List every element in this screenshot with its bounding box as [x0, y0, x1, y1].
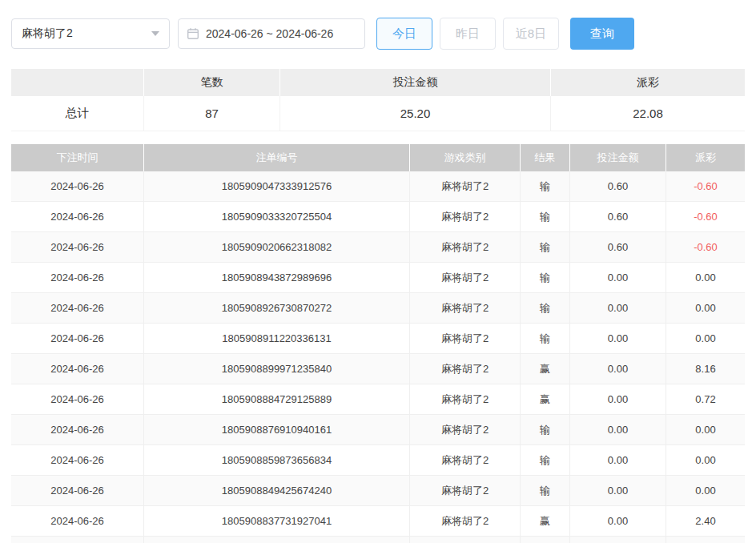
table-row-partial: [11, 537, 745, 543]
cell-id: 1805908849425674240: [144, 476, 410, 506]
cell-game: 麻将胡了2: [410, 324, 521, 354]
cell-payout: 8.16: [666, 354, 745, 384]
game-select[interactable]: 麻将胡了2: [11, 18, 170, 49]
cell-bet: 0.00: [570, 476, 666, 506]
cell-bet: 0.00: [570, 263, 666, 293]
cell-game: 麻将胡了2: [410, 506, 521, 537]
cell-game: 麻将胡了2: [410, 476, 521, 506]
cell-game: 麻将胡了2: [410, 232, 521, 263]
cell-id: 1805908943872989696: [144, 263, 410, 293]
summary-header-bet-amount: 投注金额: [280, 69, 551, 96]
cell-game: 麻将胡了2: [410, 263, 521, 293]
cell-payout: -0.60: [666, 232, 745, 263]
cell-time: 2024-06-26: [11, 202, 144, 232]
summary-total-row: 总计 87 25.20 22.08: [11, 96, 745, 131]
cell-game: 麻将胡了2: [410, 171, 521, 202]
filter-bar: 麻将胡了2 2024-06-26 ~ 2024-06-26 今日 昨日 近8日 …: [11, 18, 745, 50]
cell-time: 2024-06-26: [11, 324, 144, 354]
cell-time: 2024-06-26: [11, 171, 144, 202]
cell-bet: 0.00: [570, 324, 666, 354]
header-payout: 派彩: [666, 144, 745, 171]
table-row: 2024-06-261805908926730870272麻将胡了2输0.000…: [11, 293, 745, 324]
cell-time: 2024-06-26: [11, 293, 144, 324]
table-row: 2024-06-261805908884729125889麻将胡了2赢0.000…: [11, 384, 745, 415]
bet-table: 下注时间 注单编号 游戏类别 结果 投注金额 派彩 2024-06-261805…: [11, 144, 745, 543]
cell-bet: 0.00: [570, 445, 666, 476]
cell-payout: 0.00: [666, 293, 745, 324]
summary-header-empty: [11, 69, 144, 96]
table-row: 2024-06-261805908849425674240麻将胡了2输0.000…: [11, 476, 745, 506]
table-row: 2024-06-261805908859873656834麻将胡了2输0.000…: [11, 445, 745, 476]
cell-result: 输: [521, 445, 570, 476]
cell-id: 1805908911220336131: [144, 324, 410, 354]
cell-result: 输: [521, 232, 570, 263]
search-button[interactable]: 查询: [570, 18, 634, 50]
bet-table-body: 2024-06-261805909047333912576麻将胡了2输0.60-…: [11, 171, 745, 543]
cell-bet: 0.00: [570, 384, 666, 415]
header-game-type: 游戏类别: [410, 144, 521, 171]
cell-game: 麻将胡了2: [410, 445, 521, 476]
cell-result: 赢: [521, 506, 570, 537]
cell-time: 2024-06-26: [11, 384, 144, 415]
header-bet-amount: 投注金额: [570, 144, 666, 171]
header-bet-id: 注单编号: [144, 144, 410, 171]
summary-header-count: 笔数: [144, 69, 280, 96]
table-row: 2024-06-261805908899971235840麻将胡了2赢0.008…: [11, 354, 745, 384]
summary-table: 笔数 投注金额 派彩 总计 87 25.20 22.08: [11, 69, 745, 131]
cell-id: 1805908899971235840: [144, 354, 410, 384]
cell-id: 1805908837731927041: [144, 506, 410, 537]
cell-result: 输: [521, 324, 570, 354]
cell-id: 1805908926730870272: [144, 293, 410, 324]
cell-time: 2024-06-26: [11, 506, 144, 537]
cell-result: 赢: [521, 354, 570, 384]
cell-id: 1805908884729125889: [144, 384, 410, 415]
header-result: 结果: [521, 144, 570, 171]
bet-table-header-row: 下注时间 注单编号 游戏类别 结果 投注金额 派彩: [11, 144, 745, 171]
cell-game: 麻将胡了2: [410, 202, 521, 232]
summary-total-bet-amount: 25.20: [280, 96, 551, 131]
today-button[interactable]: 今日: [376, 18, 432, 50]
table-row: 2024-06-261805908837731927041麻将胡了2赢0.002…: [11, 506, 745, 537]
yesterday-button[interactable]: 昨日: [440, 18, 496, 50]
cell-payout: 0.72: [666, 384, 745, 415]
cell-id: 1805909033320725504: [144, 202, 410, 232]
report-page: 麻将胡了2 2024-06-26 ~ 2024-06-26 今日 昨日 近8日 …: [0, 0, 756, 543]
cell-result: 输: [521, 263, 570, 293]
table-row: 2024-06-261805909020662318082麻将胡了2输0.60-…: [11, 232, 745, 263]
cell-id: 1805908859873656834: [144, 445, 410, 476]
cell-game: 麻将胡了2: [410, 384, 521, 415]
cell-time: 2024-06-26: [11, 354, 144, 384]
table-row: 2024-06-261805909033320725504麻将胡了2输0.60-…: [11, 202, 745, 232]
cell-id: 1805909020662318082: [144, 232, 410, 263]
table-row: 2024-06-261805908911220336131麻将胡了2输0.000…: [11, 324, 745, 354]
table-row: 2024-06-261805908876910940161麻将胡了2输0.000…: [11, 415, 745, 445]
cell-bet: 0.00: [570, 415, 666, 445]
cell-game: 麻将胡了2: [410, 354, 521, 384]
cell-game: 麻将胡了2: [410, 293, 521, 324]
cell-game: 麻将胡了2: [410, 415, 521, 445]
cell-payout: 0.00: [666, 263, 745, 293]
last8days-button[interactable]: 近8日: [503, 18, 559, 50]
cell-bet: 0.00: [570, 354, 666, 384]
summary-total-payout: 22.08: [551, 96, 745, 131]
cell-bet: 0.60: [570, 202, 666, 232]
cell-result: 输: [521, 476, 570, 506]
cell-payout: 2.40: [666, 506, 745, 537]
summary-total-count: 87: [144, 96, 280, 131]
date-range-value: 2024-06-26 ~ 2024-06-26: [206, 27, 333, 40]
cell-payout: -0.60: [666, 202, 745, 232]
date-range-input[interactable]: 2024-06-26 ~ 2024-06-26: [178, 18, 365, 49]
cell-time: 2024-06-26: [11, 263, 144, 293]
cell-time: 2024-06-26: [11, 476, 144, 506]
header-bet-time: 下注时间: [11, 144, 144, 171]
cell-id: 1805909047333912576: [144, 171, 410, 202]
cell-bet: 0.00: [570, 506, 666, 537]
cell-bet: 0.00: [570, 293, 666, 324]
cell-time: 2024-06-26: [11, 232, 144, 263]
cell-result: 赢: [521, 384, 570, 415]
cell-time: 2024-06-26: [11, 445, 144, 476]
cell-payout: 0.00: [666, 324, 745, 354]
cell-result: 输: [521, 293, 570, 324]
cell-bet: 0.60: [570, 232, 666, 263]
cell-result: 输: [521, 415, 570, 445]
